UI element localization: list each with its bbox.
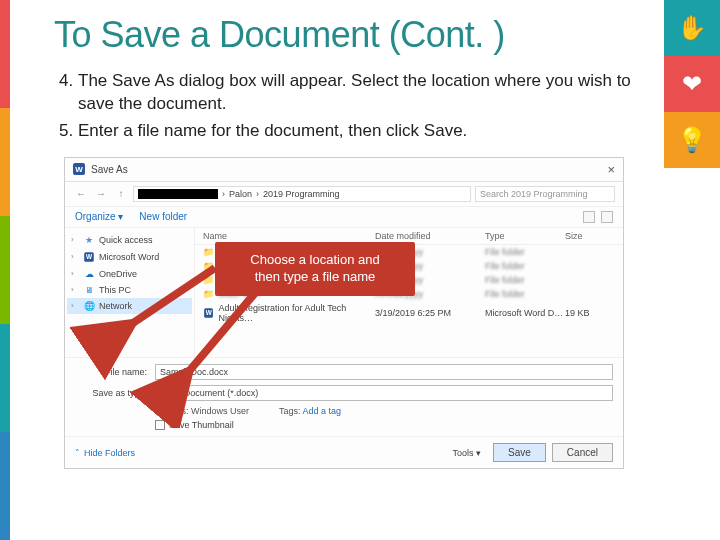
badge-bulb-icon: 💡	[664, 112, 720, 168]
file-size: 19 KB	[565, 308, 615, 318]
file-type: File folder	[485, 261, 565, 271]
dialog-form: File name: SampleDoc.docx Save as type: …	[65, 358, 623, 437]
chevron-up-icon: ˄	[75, 448, 80, 458]
file-row[interactable]: WAdult Registration for Adult Tech Night…	[195, 301, 623, 325]
tree-item-icon: 🌐	[83, 301, 95, 311]
filename-input[interactable]: SampleDoc.docx	[155, 364, 613, 380]
chevron-right-icon: ›	[71, 285, 79, 294]
hide-folders-toggle[interactable]: ˄ Hide Folders	[75, 448, 135, 458]
thumbnail-label: Save Thumbnail	[169, 420, 234, 430]
savetype-label: Save as type:	[75, 388, 147, 398]
tree-item[interactable]: ›☁OneDrive	[67, 266, 192, 282]
file-date: 3/19/2019 6:25 PM	[375, 308, 485, 318]
tree-item-label: Quick access	[99, 235, 153, 245]
chevron-right-icon: ›	[71, 301, 79, 310]
file-name: Adult Registration for Adult Tech Nights…	[218, 303, 375, 323]
folder-icon: 📁	[203, 247, 214, 257]
thumbnail-checkbox[interactable]	[155, 420, 165, 430]
filename-label: File name:	[75, 367, 147, 377]
cancel-button[interactable]: Cancel	[552, 443, 613, 462]
callout-box: Choose a location and then type a file n…	[215, 242, 415, 296]
nav-back-icon[interactable]: ←	[73, 186, 89, 202]
callout-text: then type a file name	[229, 269, 401, 286]
chevron-right-icon: ›	[71, 252, 79, 261]
file-type: File folder	[485, 247, 565, 257]
savetype-select[interactable]: Word Document (*.docx)	[155, 385, 613, 401]
word-icon: W	[73, 163, 85, 175]
slide-badges: ✋ ❤ 💡	[664, 0, 720, 168]
dialog-titlebar: W Save As ×	[65, 158, 623, 182]
tree-item-icon: ☁	[83, 269, 95, 279]
dialog-footer: ˄ Hide Folders Tools ▾ Save Cancel	[65, 436, 623, 468]
breadcrumb-sep: ›	[222, 189, 225, 199]
chevron-right-icon: ›	[71, 235, 79, 244]
breadcrumb-bar[interactable]: › Palon › 2019 Programming	[133, 186, 471, 202]
new-folder-button[interactable]: New folder	[139, 211, 187, 222]
instruction-list: The Save As dialog box will appear. Sele…	[54, 70, 660, 143]
col-size[interactable]: Size	[565, 231, 615, 241]
tree-item-icon: ★	[83, 235, 95, 245]
dialog-body: ›★Quick access›WMicrosoft Word›☁OneDrive…	[65, 228, 623, 358]
callout-text: Choose a location and	[229, 252, 401, 269]
tags-value[interactable]: Add a tag	[303, 406, 342, 416]
folder-icon: 📁	[203, 289, 214, 299]
tree-item-label: This PC	[99, 285, 131, 295]
tree-item[interactable]: ›🌐Network	[67, 298, 192, 314]
slide-title: To Save a Document (Cont. )	[54, 14, 660, 56]
instruction-step: Enter a file name for the document, then…	[78, 120, 660, 143]
breadcrumb-seg: 2019 Programming	[263, 189, 340, 199]
save-button[interactable]: Save	[493, 443, 546, 462]
tree-item[interactable]: ›★Quick access	[67, 232, 192, 248]
dialog-navbar: ← → ↑ › Palon › 2019 Programming Search …	[65, 182, 623, 207]
chevron-right-icon: ›	[71, 269, 79, 278]
nav-forward-icon[interactable]: →	[93, 186, 109, 202]
col-date[interactable]: Date modified	[375, 231, 485, 241]
organize-menu[interactable]: Organize ▾	[75, 211, 123, 222]
authors-label: Authors:	[155, 406, 189, 416]
slide-content: To Save a Document (Cont. ) The Save As …	[54, 14, 660, 469]
nav-tree: ›★Quick access›WMicrosoft Word›☁OneDrive…	[65, 228, 195, 357]
tags-label: Tags:	[279, 406, 301, 416]
word-doc-icon: W	[204, 308, 213, 318]
tree-item[interactable]: ›🖥This PC	[67, 282, 192, 298]
col-type[interactable]: Type	[485, 231, 565, 241]
nav-up-icon[interactable]: ↑	[113, 186, 129, 202]
help-icon[interactable]	[601, 211, 613, 223]
close-icon[interactable]: ×	[607, 162, 615, 177]
search-input[interactable]: Search 2019 Programming	[475, 186, 615, 202]
view-options-icon[interactable]	[583, 211, 595, 223]
authors-value[interactable]: Windows User	[191, 406, 249, 416]
badge-heart-icon: ❤	[664, 56, 720, 112]
file-type: Microsoft Word D…	[485, 308, 565, 318]
breadcrumb-redacted	[138, 189, 218, 199]
badge-hand-icon: ✋	[664, 0, 720, 56]
tree-item-icon: W	[83, 251, 95, 263]
tree-item-label: OneDrive	[99, 269, 137, 279]
instruction-step: The Save As dialog box will appear. Sele…	[78, 70, 660, 116]
folder-icon: 📁	[203, 275, 214, 285]
dialog-toolbar: Organize ▾ New folder	[65, 207, 623, 228]
tree-item-label: Microsoft Word	[99, 252, 159, 262]
file-type: File folder	[485, 289, 565, 299]
accent-stripe	[0, 0, 10, 540]
col-name[interactable]: Name	[195, 231, 375, 241]
folder-icon: 📁	[203, 261, 214, 271]
tree-item-icon: 🖥	[83, 285, 95, 295]
file-type: File folder	[485, 275, 565, 285]
breadcrumb-seg: Palon	[229, 189, 252, 199]
save-as-dialog: W Save As × ← → ↑ › Palon › 2019 Program…	[64, 157, 624, 470]
tree-item-label: Network	[99, 301, 132, 311]
dialog-title: Save As	[91, 164, 128, 175]
tools-menu[interactable]: Tools ▾	[453, 448, 482, 458]
tree-item[interactable]: ›WMicrosoft Word	[67, 248, 192, 266]
breadcrumb-sep: ›	[256, 189, 259, 199]
